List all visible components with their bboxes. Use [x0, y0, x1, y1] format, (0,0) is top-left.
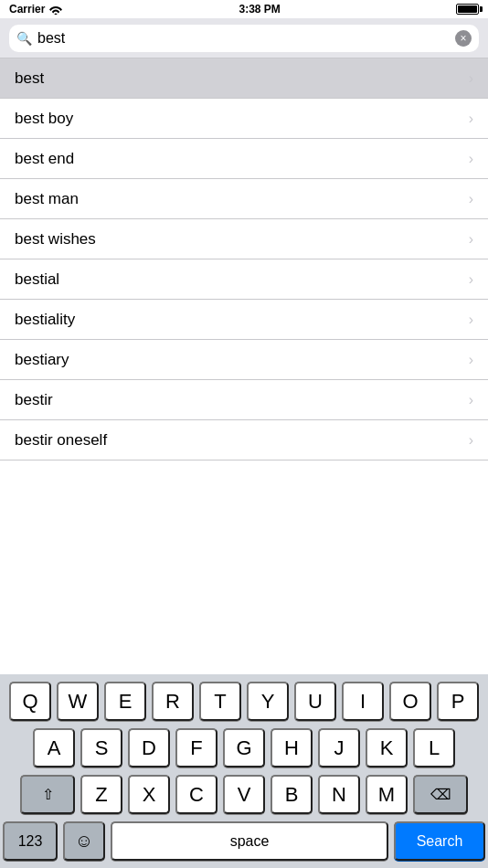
- search-input[interactable]: [37, 30, 450, 47]
- result-item[interactable]: best ›: [0, 58, 488, 99]
- time-display: 3:38 PM: [239, 3, 281, 16]
- key-g[interactable]: G: [223, 728, 265, 767]
- key-b[interactable]: B: [271, 775, 313, 814]
- result-label: best: [15, 69, 44, 88]
- keyboard-row-3: ⇧ ZXCVBNM⌫: [0, 775, 488, 814]
- carrier-text: Carrier: [9, 3, 45, 16]
- key-q[interactable]: Q: [9, 682, 51, 721]
- key-p[interactable]: P: [437, 682, 479, 721]
- result-label: bestiary: [15, 351, 69, 369]
- delete-key[interactable]: ⌫: [413, 775, 468, 814]
- chevron-right-icon: ›: [469, 70, 473, 87]
- key-l[interactable]: L: [413, 728, 455, 767]
- key-d[interactable]: D: [128, 728, 170, 767]
- svg-point-0: [55, 14, 58, 16]
- key-s[interactable]: S: [80, 728, 122, 767]
- key-t[interactable]: T: [199, 682, 241, 721]
- key-z[interactable]: Z: [80, 775, 122, 814]
- chevron-right-icon: ›: [469, 312, 473, 328]
- key-f[interactable]: F: [175, 728, 217, 767]
- result-label: bestial: [15, 270, 59, 289]
- key-u[interactable]: U: [294, 682, 336, 721]
- result-label: best man: [15, 190, 79, 208]
- keyboard-row-2: ASDFGHJKL: [0, 728, 488, 767]
- key-x[interactable]: X: [128, 775, 170, 814]
- chevron-right-icon: ›: [469, 151, 473, 167]
- keyboard: QWERTYUIOP ASDFGHJKL ⇧ ZXCVBNM⌫ 123 ☺ sp…: [0, 674, 488, 868]
- chevron-right-icon: ›: [469, 191, 473, 207]
- search-key[interactable]: Search: [394, 821, 485, 861]
- keyboard-bottom-row: 123 ☺ space Search: [0, 821, 488, 868]
- wifi-icon: [48, 4, 63, 15]
- battery-area: [456, 4, 479, 15]
- key-v[interactable]: V: [223, 775, 265, 814]
- key-r[interactable]: R: [152, 682, 194, 721]
- key-m[interactable]: M: [366, 775, 408, 814]
- result-item[interactable]: bestir ›: [0, 380, 488, 420]
- key-k[interactable]: K: [366, 728, 408, 767]
- emoji-key[interactable]: ☺: [63, 821, 105, 861]
- carrier-label: Carrier: [9, 3, 63, 16]
- results-list: best › best boy › best end › best man › …: [0, 58, 488, 460]
- chevron-right-icon: ›: [469, 231, 473, 248]
- shift-icon: ⇧: [42, 786, 54, 803]
- result-label: best boy: [15, 110, 73, 128]
- chevron-right-icon: ›: [469, 271, 473, 288]
- space-key[interactable]: space: [111, 821, 388, 861]
- key-i[interactable]: I: [342, 682, 384, 721]
- chevron-right-icon: ›: [469, 392, 473, 408]
- key-n[interactable]: N: [318, 775, 360, 814]
- result-label: bestir oneself: [15, 431, 107, 450]
- key-c[interactable]: C: [175, 775, 217, 814]
- chevron-right-icon: ›: [469, 432, 473, 449]
- key-j[interactable]: J: [318, 728, 360, 767]
- result-item[interactable]: best wishes ›: [0, 219, 488, 259]
- chevron-right-icon: ›: [469, 111, 473, 127]
- shift-key[interactable]: ⇧: [20, 775, 75, 814]
- result-item[interactable]: best boy ›: [0, 99, 488, 139]
- battery-icon: [456, 4, 479, 15]
- result-label: best wishes: [15, 230, 96, 249]
- result-item[interactable]: bestir oneself ›: [0, 420, 488, 460]
- key-e[interactable]: E: [104, 682, 146, 721]
- key-a[interactable]: A: [33, 728, 75, 767]
- key-w[interactable]: W: [57, 682, 99, 721]
- result-label: best end: [15, 150, 74, 168]
- result-label: bestir: [15, 391, 53, 409]
- result-item[interactable]: bestial ›: [0, 259, 488, 300]
- delete-icon: ⌫: [430, 786, 451, 803]
- key-y[interactable]: Y: [247, 682, 289, 721]
- key-o[interactable]: O: [389, 682, 431, 721]
- battery-fill: [458, 5, 477, 13]
- result-item[interactable]: bestiary ›: [0, 340, 488, 380]
- keyboard-row-1: QWERTYUIOP: [0, 682, 488, 721]
- search-input-wrapper: 🔍 ×: [9, 25, 479, 52]
- status-bar: Carrier 3:38 PM: [0, 0, 488, 18]
- result-item[interactable]: best end ›: [0, 139, 488, 179]
- clear-button[interactable]: ×: [455, 30, 472, 47]
- result-item[interactable]: best man ›: [0, 179, 488, 219]
- result-item[interactable]: bestiality ›: [0, 300, 488, 340]
- search-glass-icon: 🔍: [16, 31, 32, 46]
- key-h[interactable]: H: [271, 728, 313, 767]
- result-label: bestiality: [15, 311, 75, 329]
- search-bar: 🔍 ×: [0, 18, 488, 58]
- chevron-right-icon: ›: [469, 352, 473, 368]
- numbers-key[interactable]: 123: [3, 821, 58, 861]
